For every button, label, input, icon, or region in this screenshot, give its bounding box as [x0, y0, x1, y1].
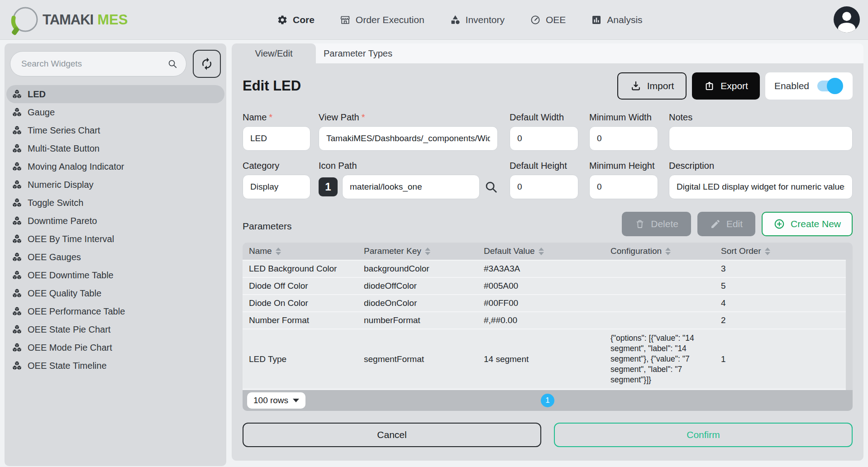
- column-header-name[interactable]: Name: [249, 246, 364, 256]
- plus-circle-icon: [773, 218, 785, 230]
- brand-logo[interactable]: TAMAKI MES: [9, 3, 128, 37]
- nav-item-label: OEE: [546, 14, 566, 25]
- table-row[interactable]: Diode On Color diodeOnColor #00FF00 4: [243, 294, 846, 311]
- edit-button[interactable]: Edit: [697, 212, 755, 236]
- sidebar-item-label: OEE State Timeline: [28, 361, 107, 371]
- nav-item-oee[interactable]: OEE: [530, 14, 566, 25]
- cell-configuration: [610, 265, 721, 272]
- sidebar-item-label: OEE Quality Table: [28, 288, 101, 299]
- widget-sidebar: LED Gauge Time Series Chart Multi-State …: [5, 43, 226, 466]
- default-width-field[interactable]: [510, 126, 578, 151]
- sort-icon: [539, 248, 544, 255]
- cell-default-value: 14 segment: [484, 354, 610, 364]
- icon-path-field[interactable]: [342, 175, 480, 199]
- tab-view-edit[interactable]: View/Edit: [232, 43, 316, 63]
- export-button[interactable]: Export: [692, 72, 760, 100]
- widgets-icon: [12, 125, 22, 136]
- form-row-1: Name* View Path* Default Width Minimum W…: [243, 112, 853, 151]
- export-label: Export: [720, 81, 748, 91]
- nav-item-core[interactable]: Core: [277, 14, 315, 25]
- column-header-default-value[interactable]: Default Value: [484, 246, 610, 256]
- user-avatar[interactable]: [834, 6, 860, 33]
- gear-icon: [277, 14, 288, 25]
- nav-item-inventory[interactable]: Inventory: [450, 14, 505, 25]
- page-title: Edit LED: [243, 78, 301, 94]
- refresh-button[interactable]: [193, 50, 221, 78]
- edit-label: Edit: [726, 219, 743, 229]
- cell-sort-order: 1: [721, 354, 846, 364]
- minimum-height-label: Minimum Height: [589, 161, 658, 171]
- sidebar-item-label: OEE State Pie Chart: [28, 324, 110, 335]
- widgets-icon: [12, 306, 22, 317]
- sidebar-item-downtime-pareto[interactable]: Downtime Pareto: [5, 212, 226, 230]
- table-row[interactable]: Number Format numberFormat #,##0.00 2: [243, 311, 846, 329]
- nav-item-analysis[interactable]: Analysis: [591, 14, 642, 25]
- sidebar-item-led[interactable]: LED: [6, 85, 224, 103]
- tab-label: View/Edit: [255, 48, 292, 59]
- enabled-label: Enabled: [774, 81, 809, 91]
- icon-path-field-group: Icon Path 1: [319, 161, 498, 199]
- widgets-icon: [12, 107, 22, 118]
- minimum-height-field[interactable]: [589, 175, 658, 199]
- notes-field[interactable]: [669, 126, 853, 151]
- sidebar-item-oee-state-pie-chart[interactable]: OEE State Pie Chart: [5, 320, 226, 338]
- tab-label: Parameter Types: [324, 48, 392, 59]
- sidebar-item-time-series-chart[interactable]: Time Series Chart: [5, 121, 226, 139]
- required-marker: *: [269, 112, 272, 122]
- create-new-button[interactable]: Create New: [762, 212, 853, 236]
- view-path-field[interactable]: [319, 126, 498, 151]
- icon-search-button[interactable]: [484, 180, 498, 194]
- widgets-icon: [12, 361, 22, 371]
- sidebar-item-oee-performance-table[interactable]: OEE Performance Table: [5, 302, 226, 320]
- confirm-button[interactable]: Confirm: [554, 423, 853, 447]
- sidebar-item-label: Moving Analog Indicator: [28, 162, 124, 172]
- delete-button[interactable]: Delete: [622, 212, 691, 236]
- table-row[interactable]: LED Type segmentFormat 14 segment {"opti…: [243, 329, 846, 389]
- table-row[interactable]: Diode Off Color diodeOffColor #005A00 5: [243, 277, 846, 294]
- name-field[interactable]: [243, 126, 310, 151]
- sidebar-item-oee-state-timeline[interactable]: OEE State Timeline: [5, 357, 226, 375]
- search-input[interactable]: [10, 51, 186, 76]
- sidebar-item-multi-state-button[interactable]: Multi-State Button: [5, 139, 226, 157]
- sidebar-item-oee-by-time-interval[interactable]: OEE By Time Interval: [5, 230, 226, 248]
- delete-label: Delete: [651, 219, 678, 229]
- sidebar-item-label: Toggle Switch: [28, 198, 83, 208]
- trash-icon: [634, 219, 645, 229]
- import-button[interactable]: Import: [617, 72, 687, 100]
- rows-per-page-select[interactable]: 100 rows: [247, 392, 305, 409]
- sidebar-item-oee-mode-pie-chart[interactable]: OEE Mode Pie Chart: [5, 338, 226, 357]
- tab-parameter-types[interactable]: Parameter Types: [316, 43, 400, 63]
- category-field-group: Category: [243, 161, 310, 199]
- table-row[interactable]: LED Background Color backgroundColor #3A…: [243, 260, 846, 277]
- column-header-parameter-key[interactable]: Parameter Key: [364, 246, 484, 256]
- column-header-configuration[interactable]: Configuration: [610, 246, 721, 256]
- speed-gauge-icon: [530, 14, 541, 25]
- nav-item-order-execution[interactable]: Order Execution: [340, 14, 424, 25]
- description-field[interactable]: [669, 175, 853, 199]
- sidebar-item-oee-quality-table[interactable]: OEE Quality Table: [5, 284, 226, 302]
- table-scrollbar[interactable]: [846, 260, 853, 390]
- sidebar-item-oee-downtime-table[interactable]: OEE Downtime Table: [5, 266, 226, 284]
- search-icon: [167, 59, 177, 69]
- sidebar-item-numeric-display[interactable]: Numeric Display: [5, 176, 226, 194]
- name-field-group: Name*: [243, 112, 310, 151]
- logo-mark-icon: [9, 3, 41, 37]
- sidebar-item-moving-analog-indicator[interactable]: Moving Analog Indicator: [5, 157, 226, 176]
- looks-one-icon: 1: [319, 177, 338, 196]
- cell-parameter-key: segmentFormat: [364, 354, 484, 364]
- page-1-button[interactable]: 1: [541, 394, 554, 407]
- cell-configuration: [610, 300, 721, 307]
- widgets-icon: [12, 288, 22, 299]
- minimum-width-field[interactable]: [589, 126, 658, 151]
- cancel-button[interactable]: Cancel: [243, 423, 541, 447]
- sidebar-item-toggle-switch[interactable]: Toggle Switch: [5, 194, 226, 212]
- sidebar-item-oee-gauges[interactable]: OEE Gauges: [5, 248, 226, 266]
- default-height-field[interactable]: [510, 175, 578, 199]
- category-field[interactable]: [243, 175, 310, 199]
- enabled-toggle[interactable]: [817, 81, 841, 91]
- cell-parameter-key: numberFormat: [364, 315, 484, 325]
- sidebar-item-label: OEE Performance Table: [28, 306, 125, 317]
- sidebar-item-gauge[interactable]: Gauge: [5, 103, 226, 121]
- sidebar-item-label: Multi-State Button: [28, 143, 100, 154]
- column-header-sort-order[interactable]: Sort Order: [721, 246, 846, 256]
